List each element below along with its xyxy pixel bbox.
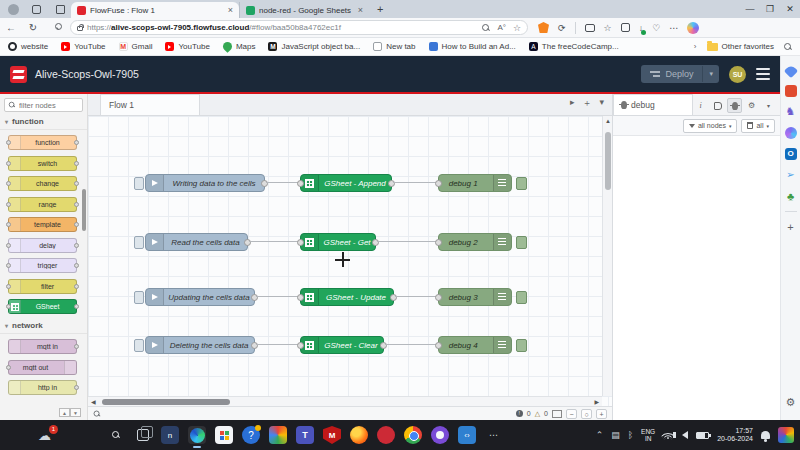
input-port[interactable] (435, 180, 442, 187)
category-function[interactable]: ▾function (0, 114, 87, 130)
add-flow-button[interactable]: ＋ (582, 97, 591, 110)
tray-chevron-icon[interactable]: ⌃ (596, 430, 604, 440)
back-button[interactable]: ← (0, 22, 22, 33)
favorites-icon[interactable]: ☆ (604, 23, 612, 33)
get-help-icon[interactable]: ? (242, 426, 260, 444)
debug-toggle-button[interactable] (516, 177, 527, 190)
category-network[interactable]: ▾network (0, 318, 87, 334)
bookmarks-search-icon[interactable] (784, 43, 792, 51)
microphone-icon[interactable]: ᛒ (628, 430, 633, 440)
microsoft-365-icon[interactable] (785, 127, 797, 139)
zoom-icon[interactable] (482, 24, 490, 32)
notifications-bell-icon[interactable] (761, 431, 770, 439)
scrollbar-thumb[interactable] (102, 399, 230, 405)
bookmark-website[interactable]: website (8, 42, 48, 51)
clear-log-button[interactable]: all▾ (741, 119, 775, 133)
gsheet-append-node[interactable]: GSheet - Append (300, 174, 392, 192)
input-port[interactable] (297, 342, 304, 349)
outlook-icon[interactable]: O (785, 148, 797, 160)
shopping-tag-icon[interactable] (783, 64, 797, 78)
gsheet-update-node[interactable]: GSheet - Update (300, 288, 394, 306)
inject-node[interactable]: Read the cells data (145, 233, 248, 251)
google-meet-icon[interactable] (269, 426, 287, 444)
palette-node-http-in[interactable]: http in (8, 380, 77, 395)
inject-node[interactable]: Writing data to the cells (145, 174, 265, 192)
github-icon[interactable] (431, 426, 449, 444)
workspaces-icon[interactable] (29, 3, 43, 15)
bookmark-freecodecamp[interactable]: AThe freeCodeCamp... (529, 42, 619, 51)
new-tab-button[interactable]: + (377, 3, 383, 15)
config-gear-icon[interactable]: ⚙ (744, 98, 759, 113)
downloads-icon[interactable]: ↓ (639, 23, 644, 33)
filter-nodes-input[interactable] (19, 101, 79, 110)
inject-node[interactable]: Deleting the cells data (145, 336, 255, 354)
battery-icon[interactable] (696, 432, 709, 439)
copilot-icon[interactable] (687, 22, 699, 34)
firefox-icon[interactable] (350, 426, 368, 444)
bookmark-how-to-build[interactable]: How to Build an Ad... (429, 42, 516, 51)
zoom-reset-button[interactable]: ○ (581, 409, 592, 419)
split-screen-icon[interactable] (585, 24, 595, 32)
info-tab-icon[interactable]: i (693, 98, 708, 113)
zoom-out-button[interactable]: − (566, 409, 577, 419)
read-aloud-icon[interactable]: A° (497, 23, 506, 32)
inject-button[interactable] (134, 177, 144, 190)
collapse-all-icon[interactable]: ▲ (59, 408, 70, 417)
deploy-options-caret[interactable]: ▾ (702, 66, 719, 82)
weather-widget[interactable]: ☁1 (38, 428, 51, 443)
help-tab-icon[interactable] (710, 98, 725, 113)
input-port[interactable] (297, 239, 304, 246)
debug-node[interactable]: debug 1 (438, 174, 512, 192)
games-icon[interactable]: ♞ (785, 106, 797, 118)
tab-flowfuse[interactable]: FlowFuse : Flow 1 × (71, 2, 239, 18)
chrome-icon[interactable] (404, 426, 422, 444)
debug-toggle-button[interactable] (516, 291, 527, 304)
speaker-icon[interactable] (682, 431, 688, 439)
gsheet-get-node[interactable]: GSheet - Get (300, 233, 376, 251)
close-window-button[interactable]: ✕ (780, 4, 800, 14)
taskbar-search-icon[interactable] (107, 426, 125, 444)
palette-node-mqtt-out[interactable]: mqtt out (8, 360, 77, 375)
clock[interactable]: 17:5720-06-2024 (717, 427, 753, 444)
scroll-up-icon[interactable]: ▲ (605, 118, 611, 124)
teams-icon[interactable]: T (296, 426, 314, 444)
palette-node-mqtt-in[interactable]: mqtt in (8, 339, 77, 354)
inject-button[interactable] (134, 339, 144, 352)
mcafee-icon[interactable]: M (323, 426, 341, 444)
workspace-grid[interactable]: Writing data to the cells GSheet - Appen… (88, 116, 612, 406)
palette-node-filter[interactable]: filter (8, 279, 77, 294)
bookmark-gmail[interactable]: MGmail (119, 42, 153, 51)
favorite-star-icon[interactable]: ☆ (513, 23, 521, 33)
palette-node-function[interactable]: function (8, 135, 77, 150)
extension-icon[interactable]: ⟳ (558, 23, 566, 33)
restore-button[interactable]: ❐ (760, 4, 780, 14)
tab-scroll-icon[interactable]: ▸ (570, 97, 575, 110)
debug-node[interactable]: debug 3 (438, 288, 512, 306)
debug-toggle-button[interactable] (516, 236, 527, 249)
navigator-map-icon[interactable] (552, 410, 562, 418)
start-button[interactable] (80, 426, 98, 444)
palette-node-delay[interactable]: delay (8, 238, 77, 253)
inject-button[interactable] (134, 291, 144, 304)
close-tab-icon[interactable]: × (358, 5, 363, 15)
gsheet-clear-node[interactable]: GSheet - Clear (300, 336, 384, 354)
tab-sheets[interactable]: node-red - Google Sheets × (239, 2, 369, 18)
debug-node[interactable]: debug 2 (438, 233, 512, 251)
palette-scrollbar[interactable] (82, 189, 86, 231)
grow-tree-icon[interactable]: ♣ (785, 190, 797, 202)
tray-app-icon[interactable]: ▤ (611, 430, 620, 440)
expand-all-icon[interactable]: ▼ (70, 408, 81, 417)
scrollbar-thumb[interactable] (605, 132, 611, 190)
drop-icon[interactable]: ➢ (785, 169, 797, 181)
debug-tab-icon[interactable] (727, 98, 742, 113)
palette-node-trigger[interactable]: trigger (8, 258, 77, 273)
vscode-icon[interactable]: ‹› (458, 426, 476, 444)
inject-node[interactable]: Updating the cells data (145, 288, 255, 306)
bookmark-new-tab[interactable]: New tab (373, 42, 415, 51)
tab-actions-icon[interactable] (53, 3, 67, 15)
sidebar-settings-gear-icon[interactable]: ⚙ (785, 396, 797, 408)
task-view-icon[interactable] (134, 426, 152, 444)
tools-icon[interactable] (785, 85, 797, 97)
palette-search-box[interactable] (4, 98, 83, 112)
app-icon[interactable] (377, 426, 395, 444)
